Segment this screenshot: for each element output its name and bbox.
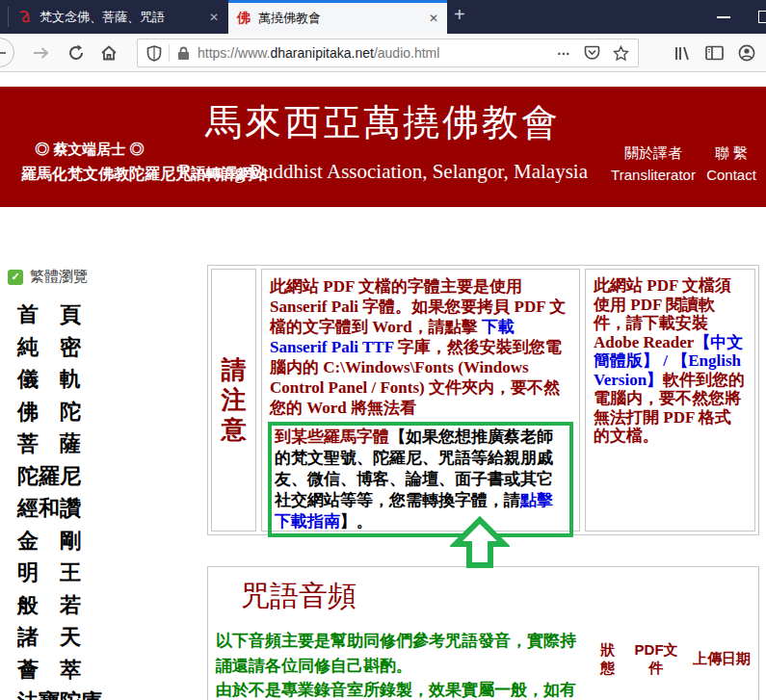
audio-section-title: 咒語音頻 (241, 577, 751, 616)
window-minimize-button[interactable] (717, 16, 730, 18)
nav-en: Transliterator (611, 167, 696, 183)
sidebar-menu: 首 頁 純 密 儀 軌 佛 陀 菩 薩 陀羅尼 經和讚 金 剛 明 王 般 若 … (17, 298, 102, 700)
audio-desc-line2: 由於不是專業錄音室所錄製，效果實屬一般，如有疑惑 (216, 681, 576, 700)
window-maximize-button[interactable] (758, 11, 766, 23)
attention-char: 請 (222, 355, 247, 385)
sidebar-item-chunmi[interactable]: 純 密 (17, 331, 102, 364)
url-domain: dharanipitaka.net (270, 45, 373, 61)
url-path: /audio.html (374, 45, 439, 61)
green-up-arrow-icon (450, 516, 510, 572)
sidebar-item-collection[interactable]: 薈 萃 (17, 654, 102, 687)
font-notice-text: 此網站 PDF 文檔的字體主要是使用 Sanserif Pali 字體。如果您要… (261, 269, 580, 531)
tab-title: 萬撓佛教會 (258, 10, 423, 27)
author-line: ◎ 蔡文端居士 ◎ (35, 141, 144, 159)
account-icon[interactable] (738, 44, 755, 62)
sidebars-icon[interactable] (705, 45, 724, 61)
tab-bar: 梵文念佛、菩薩、咒語 ✕ 佛 萬撓佛教會 ✕ + (0, 0, 766, 34)
bookmark-star-icon[interactable] (613, 45, 629, 62)
tab-rawang-buddhist[interactable]: 佛 萬撓佛教會 ✕ (228, 0, 447, 34)
library-icon[interactable] (674, 45, 691, 62)
url-text: https://www.dharanipitaka.net/audio.html (198, 45, 439, 61)
sidebar-item-ritual[interactable]: 儀 軌 (17, 363, 102, 396)
nav-zh: 關於譯者 (624, 144, 682, 161)
sidebar-item-vajra[interactable]: 金 剛 (17, 525, 102, 557)
nav-zh: 聯 繫 (715, 144, 748, 161)
column-header-status: 狀態 (597, 640, 618, 700)
pdf-reader-notice: 此網站 PDF 文檔須使用 PDF 閱讀軟件，請下載安裝 Adobe Reade… (585, 269, 755, 531)
attention-char: 注 (222, 385, 247, 415)
reload-icon (67, 44, 85, 62)
link-separator: / (659, 351, 672, 370)
attention-char: 意 (222, 415, 247, 445)
nav-en: Contact (706, 167, 756, 183)
sidebar-item-home[interactable]: 首 頁 (17, 298, 102, 331)
url-bar[interactable]: https://www.dharanipitaka.net/audio.html… (137, 39, 639, 67)
notice-box: 請 注 意 此網站 PDF 文檔的字體主要是使用 Sanserif Pali 字… (207, 265, 759, 535)
sidebar-item-sutra[interactable]: 經和讚 (17, 492, 102, 525)
siddham-script-icon (17, 10, 32, 24)
home-button[interactable] (100, 44, 118, 62)
back-button[interactable] (0, 38, 14, 67)
column-header-upload-date: 上傳日期 (693, 649, 751, 700)
notice-text: 此網站 PDF 文檔的字體主要是使用 Sanserif Pali 字體。如果您要… (270, 277, 566, 336)
tab-close-icon[interactable]: ✕ (429, 12, 438, 25)
tab-sanskrit-chants[interactable]: 梵文念佛、菩薩、咒語 ✕ (9, 0, 227, 34)
sidebar-item-bodhisattva[interactable]: 菩 薩 (17, 428, 102, 460)
url-scheme: https://www. (198, 45, 270, 61)
site-header: 馬來西亞萬撓佛教會 Rawang Buddhist Association, S… (0, 87, 766, 207)
highlight-lead: 到某些羅馬字體 (275, 428, 389, 446)
nav-link-transliterator[interactable]: 關於譯者Transliterator (599, 142, 707, 186)
audio-intro-row: 以下音頻主要是幫助同修們參考咒語發音，實際持誦還請各位同修自己斟酌。 由於不是專… (216, 629, 751, 700)
audio-desc-line1: 以下音頻主要是幫助同修們參考咒語發音，實際持誦還請各位同修自己斟酌。 (216, 632, 576, 675)
sidebar-item-prajna[interactable]: 般 若 (17, 589, 102, 622)
browser-window: 梵文念佛、菩薩、咒語 ✕ 佛 萬撓佛教會 ✕ + (0, 0, 766, 700)
nav-link-contact[interactable]: 聯 繫Contact (701, 142, 761, 186)
highlight-green-box: 到某些羅馬字體【如果您想推廣蔡老師的梵文聖號、陀羅尼、咒語等給親朋戚友、微信、博… (268, 422, 573, 537)
language-toggle-label: 繁體瀏覽 (30, 268, 88, 286)
toolbar-right-icons (674, 39, 755, 67)
navigation-toolbar: https://www.dharanipitaka.net/audio.html… (0, 34, 766, 72)
audio-description: 以下音頻主要是幫助同修們參考咒語發音，實際持誦還請各位同修自己斟酌。 由於不是專… (216, 629, 592, 700)
lock-icon (177, 46, 190, 61)
column-header-pdf: PDF文件 (633, 640, 679, 700)
new-tab-button[interactable]: + (454, 4, 465, 26)
forward-arrow-icon (32, 44, 49, 62)
sidebar-item-treasury[interactable]: 法寶陀庫 (17, 686, 102, 700)
tracking-protection-shield-icon (146, 45, 162, 62)
home-icon (100, 44, 118, 62)
language-toggle[interactable]: ✓ 繁體瀏覽 (8, 268, 88, 286)
forward-button[interactable] (32, 44, 49, 62)
reload-button[interactable] (67, 44, 85, 62)
pocket-icon[interactable] (584, 45, 600, 61)
tab-title: 梵文念佛、菩薩、咒語 (40, 9, 203, 26)
sidebar-item-mingwang[interactable]: 明 王 (17, 557, 102, 589)
urlbar-divider (169, 44, 170, 62)
tab-close-icon[interactable]: ✕ (209, 11, 219, 24)
attention-label: 請 注 意 (211, 269, 256, 531)
sidebar-item-devas[interactable]: 諸 天 (17, 621, 102, 654)
page-actions-button[interactable]: ⋯ (557, 45, 571, 61)
sidebar-item-dharani[interactable]: 陀羅尼 (17, 460, 102, 493)
language-select-icon: ✓ (8, 270, 23, 285)
highlight-text: 】。 (340, 512, 373, 531)
mantra-audio-section: 咒語音頻 以下音頻主要是幫助同修們參考咒語發音，實際持誦還請各位同修自己斟酌。 … (207, 566, 759, 700)
sidebar-item-buddha[interactable]: 佛 陀 (17, 396, 102, 428)
buddha-favicon: 佛 (237, 10, 251, 27)
back-arrow-icon (0, 45, 8, 61)
site-description-line: 羅馬化梵文佛教陀羅尼咒語轉譯網站 (21, 165, 268, 185)
